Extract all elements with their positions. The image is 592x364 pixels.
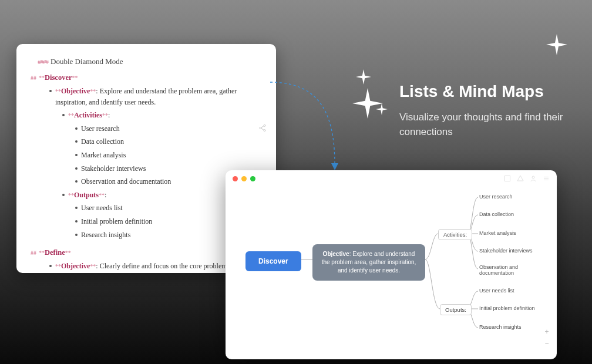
- mindmap-leaf[interactable]: Market analysis: [479, 230, 516, 236]
- list-item: Data collection: [75, 136, 258, 147]
- mindmap-leaf[interactable]: Research insights: [479, 324, 522, 330]
- section-title: Discover: [45, 73, 72, 82]
- mindmap-leaf[interactable]: Observation and documentation: [479, 264, 532, 276]
- svg-marker-5: [331, 163, 338, 170]
- sparkle-icon: [546, 34, 567, 55]
- group-row: **Activities**:: [62, 110, 258, 121]
- mindmap-leaf[interactable]: Stakeholder interviews: [479, 248, 533, 254]
- hero-block: Lists & Mind Maps Visualize your thought…: [399, 82, 576, 139]
- hero-subtitle: Visualize your thoughts and find their c…: [399, 110, 576, 139]
- mindmap-root[interactable]: Discover: [245, 251, 301, 271]
- mindmap-panel: Discover Objective: Explore and understa…: [226, 170, 557, 359]
- mindmap-leaf[interactable]: User needs list: [479, 288, 514, 294]
- sparkle-icon: [376, 103, 388, 115]
- mindmap-objective[interactable]: Objective: Explore and understand the pr…: [312, 244, 425, 281]
- section-marker: ##: [31, 75, 36, 81]
- section-title: Define: [45, 248, 65, 257]
- mindmap-leaf[interactable]: Initial problem definition: [479, 305, 535, 311]
- objective-row: **Objective**: Explore and understand th…: [49, 86, 258, 107]
- svg-line-4: [261, 129, 264, 130]
- hero-title: Lists & Mind Maps: [399, 82, 576, 101]
- zoom-controls: + −: [543, 328, 551, 348]
- mindmap-branch-activities[interactable]: Activities:: [438, 229, 472, 240]
- mindmap-leaf[interactable]: Data collection: [479, 211, 514, 217]
- list-item: User research: [75, 123, 258, 134]
- zoom-out-button[interactable]: −: [543, 339, 551, 348]
- mindmap-branch-outputs[interactable]: Outputs:: [440, 304, 472, 315]
- heading-marker: ####: [38, 58, 48, 65]
- svg-point-1: [260, 127, 261, 129]
- mindmap-leaf[interactable]: User research: [479, 194, 513, 200]
- list-item: Market analysis: [75, 150, 258, 161]
- section-marker: ##: [31, 250, 36, 256]
- document-title: Double Diamond Mode: [51, 57, 123, 66]
- zoom-in-button[interactable]: +: [543, 328, 551, 336]
- svg-line-3: [261, 126, 264, 128]
- connector-arrow: [265, 76, 371, 182]
